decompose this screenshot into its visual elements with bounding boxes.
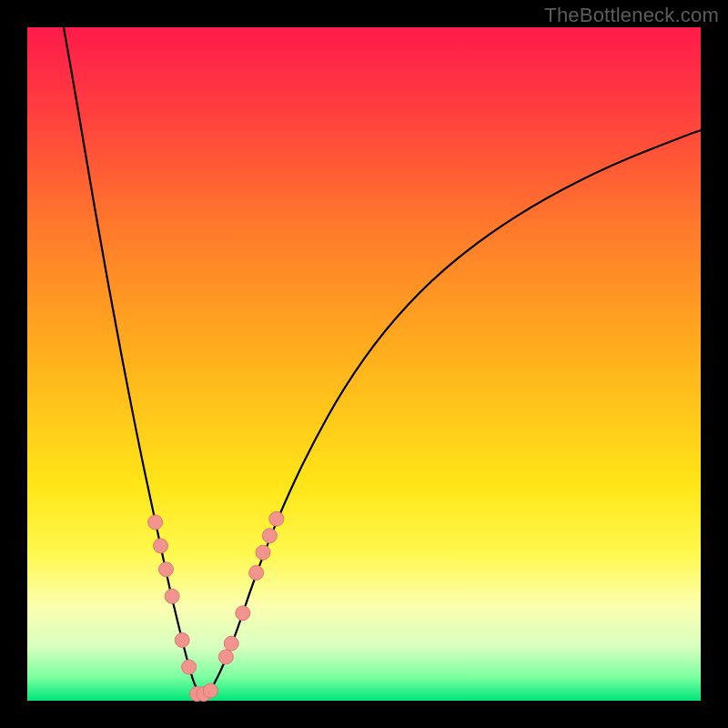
- highlight-point: [256, 545, 270, 560]
- highlight-point: [236, 606, 250, 621]
- highlight-point: [249, 565, 264, 580]
- highlight-point: [269, 511, 284, 526]
- highlight-point: [218, 650, 233, 664]
- highlight-point: [262, 529, 277, 543]
- highlight-point: [154, 539, 168, 553]
- highlight-point: [224, 636, 238, 651]
- highlight-point: [148, 515, 163, 530]
- highlight-point: [203, 683, 217, 698]
- highlight-point: [182, 660, 197, 674]
- watermark-label: TheBottleneck.com: [544, 4, 719, 27]
- bottleneck-chart: [0, 0, 728, 728]
- plot-background: [27, 27, 701, 701]
- highlight-point: [165, 589, 179, 603]
- chart-frame: TheBottleneck.com: [0, 0, 728, 728]
- highlight-point: [175, 632, 189, 647]
- highlight-point: [158, 562, 173, 577]
